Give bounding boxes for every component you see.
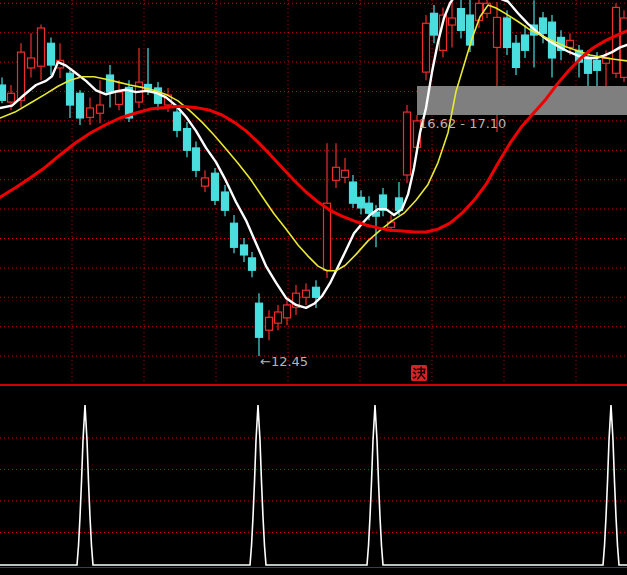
candle-body [231, 223, 238, 247]
candle-body [28, 58, 35, 68]
candle-body [467, 15, 474, 45]
candle-body [504, 18, 511, 47]
candle-body [249, 258, 256, 270]
chart-canvas: 16.62 - 17.10 ←12.45 [0, 0, 627, 575]
candle-body [48, 43, 55, 65]
rise-badge-glyph [413, 367, 425, 379]
candle-body [222, 192, 229, 210]
panel-divider-line [0, 384, 627, 386]
candle-body [342, 170, 349, 177]
candle-body [8, 93, 15, 102]
candle-body [87, 108, 94, 117]
candle-body [449, 18, 456, 25]
candle-body [594, 60, 601, 70]
candle-body [585, 57, 592, 73]
candle-body [18, 52, 25, 100]
rise-signal-badge [411, 365, 427, 381]
candle-body [0, 85, 6, 100]
candle-body [212, 173, 219, 200]
candle-body [350, 182, 357, 203]
candle-body [458, 9, 465, 31]
candle-body [97, 105, 104, 113]
candle-body [184, 129, 191, 151]
candle-body [540, 18, 547, 33]
price-range-tooltip-label: 16.62 - 17.10 [419, 116, 506, 131]
low-price-annotation: ←12.45 [260, 354, 308, 369]
candle-body [567, 40, 574, 47]
candle-body [266, 317, 273, 330]
candle-body [241, 245, 248, 255]
candle-body [423, 23, 430, 72]
candle-body [202, 178, 209, 186]
candle-body [77, 93, 84, 118]
candle-body [404, 112, 411, 175]
candle-body [116, 92, 123, 104]
candle-body [358, 197, 365, 208]
trading-app-window: 16.62 - 17.10 ←12.45 [0, 0, 627, 575]
candle-body [494, 17, 501, 47]
candle-body [324, 203, 331, 270]
candle-body [174, 112, 181, 130]
candle-body [613, 7, 620, 73]
candle-body [193, 148, 200, 170]
candle-body [522, 35, 529, 50]
candle-body [256, 303, 263, 337]
candle-body [366, 203, 373, 213]
candle-body [38, 28, 45, 66]
candle-body [313, 287, 320, 297]
candle-body [67, 73, 74, 105]
candle-body [107, 75, 114, 92]
price-range-tooltip-box [417, 86, 627, 115]
candle-body [431, 13, 438, 35]
candle-body [333, 167, 340, 180]
candle-body [303, 290, 310, 297]
candle-body [275, 312, 282, 323]
candle-body [284, 305, 291, 318]
candle-body [513, 43, 520, 67]
